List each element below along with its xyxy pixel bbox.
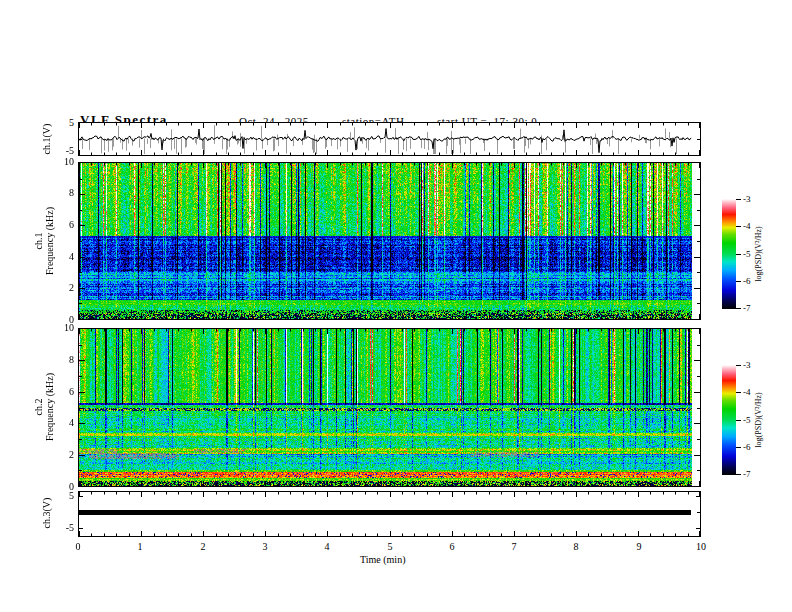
colorbar-1 xyxy=(722,199,736,309)
ch1-waveform-canvas xyxy=(79,123,700,155)
xtick-7: 7 xyxy=(502,541,526,553)
spec1-axis-title-line2: Frequency (kHz) xyxy=(44,207,55,275)
spec1-ytick-8: 8 xyxy=(52,187,74,199)
colorbar2-tickmark xyxy=(736,447,741,448)
spec2-ytick-4: 4 xyxy=(52,417,74,429)
colorbar2-tickmark xyxy=(736,420,741,421)
spec1-ytick-4: 4 xyxy=(52,251,74,263)
ch1v-ytick-5: 5 xyxy=(52,117,74,129)
colorbar1-tickmark xyxy=(736,308,741,309)
xtick-5: 5 xyxy=(378,541,402,553)
ch3-waveform-canvas xyxy=(79,492,700,536)
xtick-3: 3 xyxy=(253,541,277,553)
colorbar2-tickmark xyxy=(736,474,741,475)
ch1-waveform-panel xyxy=(78,122,701,156)
xtick-8: 8 xyxy=(564,541,588,553)
vlf-spectra-figure: VLF Spectra Oct. 24 , 2025 station=ATH s… xyxy=(0,0,792,612)
x-axis-title: Time (min) xyxy=(360,554,405,565)
spec2-ytick-2: 2 xyxy=(52,449,74,461)
spec2-axis-title-line2: Frequency (kHz) xyxy=(44,373,55,441)
colorbar1-tickmark xyxy=(736,199,741,200)
spec2-ytick-10: 10 xyxy=(52,322,74,334)
colorbar2-label-neg3: -3 xyxy=(743,360,763,370)
colorbar1-axis-title: log(PSD)(V²/Hz) xyxy=(754,226,763,281)
colorbar1-tickmark xyxy=(736,281,741,282)
spec2-axis-title: ch.2 Frequency (kHz) xyxy=(33,373,55,441)
ch1-spectrogram-panel xyxy=(78,162,701,320)
xtick-6: 6 xyxy=(440,541,464,553)
spec2-ytick-6: 6 xyxy=(52,386,74,398)
colorbar2-label-neg7: -7 xyxy=(743,469,763,479)
spec1-axis-title: ch.1 Frequency (kHz) xyxy=(33,207,55,275)
colorbar2-tickmark xyxy=(736,392,741,393)
ch3v-axis-title-text: ch.3(V) xyxy=(41,498,52,529)
ch3v-ytick-5: 5 xyxy=(52,490,74,502)
xtick-2: 2 xyxy=(191,541,215,553)
ch3v-ytick-neg5: -5 xyxy=(52,522,74,534)
spec2-axis-title-line1: ch.2 xyxy=(33,373,44,441)
colorbar1-label-neg3: -3 xyxy=(743,194,763,204)
ch3-waveform-panel xyxy=(78,491,701,537)
ch2-spectrogram-panel xyxy=(78,328,701,487)
xtick-10: 10 xyxy=(689,541,713,553)
xtick-0: 0 xyxy=(66,541,90,553)
colorbar2-axis-title: log(PSD)(V²/Hz) xyxy=(754,392,763,447)
xtick-4: 4 xyxy=(315,541,339,553)
xtick-9: 9 xyxy=(627,541,651,553)
spec1-ytick-6: 6 xyxy=(52,219,74,231)
spec1-ytick-10: 10 xyxy=(52,156,74,168)
colorbar1-label-neg7: -7 xyxy=(743,303,763,313)
ch1-spectrogram-canvas xyxy=(79,163,700,319)
colorbar1-tickmark xyxy=(736,254,741,255)
ch3v-axis-title: ch.3(V) xyxy=(41,498,52,529)
colorbar1-tickmark xyxy=(736,226,741,227)
ch1v-axis-title: ch.1(V) xyxy=(41,124,52,155)
colorbar2-tickmark xyxy=(736,365,741,366)
ch1v-axis-title-text: ch.1(V) xyxy=(41,124,52,155)
spec2-ytick-8: 8 xyxy=(52,354,74,366)
spec1-axis-title-line1: ch.1 xyxy=(33,207,44,275)
xtick-1: 1 xyxy=(128,541,152,553)
spec1-ytick-2: 2 xyxy=(52,282,74,294)
colorbar-2 xyxy=(722,365,736,475)
ch2-spectrogram-canvas xyxy=(79,329,700,486)
